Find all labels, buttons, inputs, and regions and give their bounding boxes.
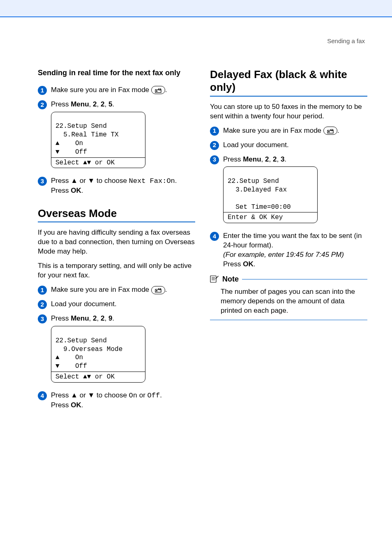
step-badge-3: 3 [38,314,47,323]
step-text: Load your document. [51,300,195,309]
step-2-realtime: 2 Press Menu, 2, 2, 5. 22.Setup Send 5.R… [38,100,195,172]
fax-mode-icon [323,127,337,135]
step-4-overseas: 4 Press ▲ or ▼ to choose On or Off. Pres… [38,391,195,410]
page-content: Sending a fax 3 Sending in real time for… [0,17,392,554]
step-1-overseas: 1 Make sure you are in Fax mode . [38,285,195,295]
top-band [0,0,392,17]
svg-rect-1 [159,88,161,90]
fax-mode-icon [151,86,165,94]
breadcrumb: Sending a fax [38,37,367,45]
svg-rect-2 [156,90,157,92]
step-text: Make sure you are in Fax mode [51,86,151,94]
delayed-p1: You can store up to 50 faxes in the memo… [210,102,367,121]
svg-rect-7 [331,129,333,131]
step-badge-1: 1 [38,286,47,295]
svg-rect-5 [156,290,157,291]
step-4-delayed: 4 Enter the time you want the fax to be … [210,231,367,269]
heading-overseas: Overseas Mode [38,207,195,222]
step-1-realtime: 1 Make sure you are in Fax mode . [38,85,195,95]
step-badge-3: 3 [38,177,47,186]
overseas-p1: If you are having difficulty sending a f… [38,228,195,256]
lcd-display-realtime: 22.Setup Send 5.Real Time TX ▲ On ▼ Off … [51,112,145,169]
step-badge-1: 1 [38,86,47,95]
right-column: Delayed Fax (black & white only) You can… [210,68,367,415]
svg-rect-4 [159,288,161,290]
step-text: Make sure you are in Fax mode [223,127,323,134]
step-badge-4: 4 [38,391,47,400]
step-3-delayed: 3 Press Menu, 2, 2, 3. 22.Setup Send 3.D… [210,155,367,227]
note-label: Note [222,274,239,284]
note-header: Note [210,274,367,284]
step-badge-1: 1 [210,127,219,136]
left-column: Sending in real time for the next fax on… [38,68,195,415]
note-rule [242,279,367,279]
note-icon [210,275,219,283]
step-3-realtime: 3 Press ▲ or ▼ to choose Next Fax:On. Pr… [38,176,195,196]
step-3-overseas: 3 Press Menu, 2, 2, 9. 22.Setup Send 9.O… [38,314,195,386]
step-badge-4: 4 [210,232,219,241]
note-body: The number of pages you can scan into th… [210,287,367,316]
step-text: Load your document. [223,141,367,150]
svg-rect-9 [210,276,216,282]
overseas-p2: This is a temporary setting, and will on… [38,261,195,280]
step-badge-2: 2 [38,300,47,309]
fax-mode-icon [151,286,165,294]
step-1-delayed: 1 Make sure you are in Fax mode . [210,126,367,136]
svg-rect-8 [328,131,330,132]
step-2-delayed: 2 Load your document. [210,141,367,150]
step-badge-2: 2 [210,141,219,150]
lcd-display-delayed: 22.Setup Send 3.Delayed Fax Set Time=00:… [223,166,318,223]
step-2-overseas: 2 Load your document. [38,300,195,309]
heading-delayed-fax: Delayed Fax (black & white only) [210,68,367,96]
step-badge-2: 2 [38,100,47,109]
note-end-rule [210,320,367,320]
step-badge-3: 3 [210,155,219,164]
subheading-realtime: Sending in real time for the next fax on… [38,68,195,78]
lcd-display-overseas: 22.Setup Send 9.Overseas Mode ▲ On ▼ Off… [51,326,145,383]
step-text: Make sure you are in Fax mode [51,286,151,293]
